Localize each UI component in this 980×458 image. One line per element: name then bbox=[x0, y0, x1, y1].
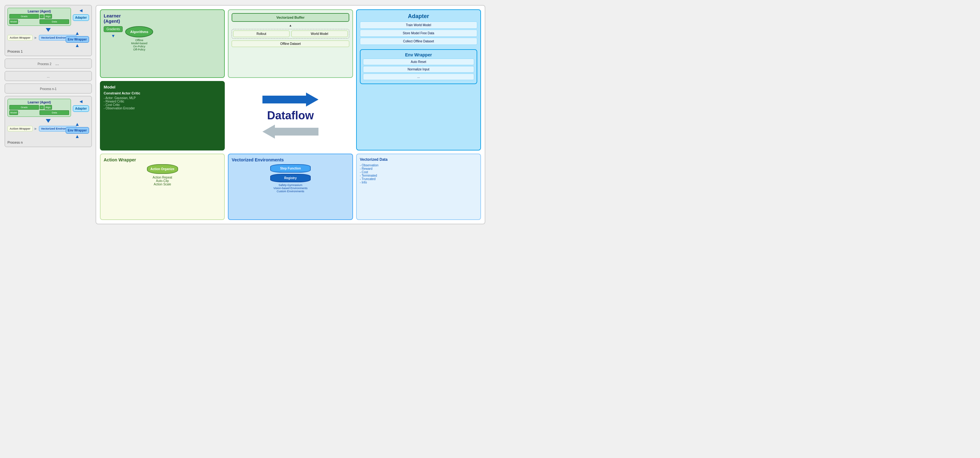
env-wrapper-title: Env Wrapper bbox=[363, 52, 474, 57]
process1-up-arrow-envwrapper: ▲ bbox=[75, 30, 80, 36]
vec-env-title: Vectorized Environments bbox=[232, 157, 349, 162]
vec-data-reward: - Reward bbox=[360, 167, 477, 171]
dataflow-arrow-right bbox=[262, 93, 318, 107]
env-wrapper-section: Env Wrapper Auto Reset Normalize Input .… bbox=[360, 49, 477, 84]
process-n-learner-title: Learner (Agent) bbox=[10, 101, 69, 104]
process-n-label: Process n bbox=[8, 140, 89, 144]
process2-label: Process 2 bbox=[38, 62, 51, 66]
world-model-box: World Model bbox=[291, 30, 348, 37]
main-container: Learner (Agent) Grads ← Algo. Model ↑ bbox=[2, 3, 488, 227]
offline-dataset-box: Offline Dataset bbox=[232, 40, 349, 47]
process1-model: Model bbox=[10, 19, 18, 24]
registry-cylinder: Registry bbox=[270, 174, 311, 182]
adapter-item-0: Train World Model bbox=[360, 21, 477, 29]
process2-dots: ... bbox=[56, 61, 59, 66]
process-n-up-arrow2: ▲ bbox=[75, 134, 80, 139]
rollout-box: Rollout bbox=[233, 30, 290, 37]
process-n-algo: Algo. bbox=[45, 105, 52, 110]
step-function-cylinder: Step Function bbox=[270, 164, 311, 172]
process-n-learner-agent: Learner (Agent) Grads ← Algo. Model ↑ bbox=[8, 99, 71, 117]
action-wrapper-items: Action Repeat Auto-Clip Action Scale bbox=[103, 176, 221, 186]
process-2-box: Process 2 ... bbox=[5, 59, 92, 69]
dataflow-title: Dataflow bbox=[267, 109, 314, 122]
adapter-item-2: Collect Offline Dataset bbox=[360, 38, 477, 45]
process-n-adapter: Adapter bbox=[73, 105, 89, 112]
action-wrapper-section: Action Wrapper Action Organize Action Re… bbox=[100, 153, 225, 220]
left-panel: Learner (Agent) Grads ← Algo. Model ↑ bbox=[5, 5, 92, 224]
adapter-item-1: Store Model Free Data bbox=[360, 30, 477, 37]
vec-data-observation: - Observation bbox=[360, 164, 477, 167]
vectorized-buffer-box: Vectorized Buffer bbox=[232, 13, 349, 22]
registry-items: Safety-Gymnasium Vision-based Environmen… bbox=[232, 184, 349, 193]
cost-critic-item: - Cost Critic bbox=[103, 103, 221, 107]
svg-marker-0 bbox=[262, 93, 318, 107]
vec-data-info: - Info bbox=[360, 181, 477, 184]
process1-arrow1: ← bbox=[40, 14, 44, 18]
vec-data-title: Vectorized Data bbox=[360, 157, 477, 162]
gradient-arrow: ▼ bbox=[111, 34, 116, 38]
process-n-model: Model bbox=[10, 110, 18, 115]
process-n-arrow-to-adapter: ◄ bbox=[78, 99, 83, 104]
process-n1-label: Process n-1 bbox=[40, 87, 56, 91]
learner-agent-title: Learner (Agent) bbox=[103, 13, 221, 24]
model-item-0: - Actor: Gaussian, MLP bbox=[103, 96, 221, 100]
env-item-0: Auto Reset bbox=[363, 59, 474, 65]
vec-data-cost: - Cost bbox=[360, 171, 477, 174]
process-n-box: Learner (Agent) Grads ← Algo. Model ↑ bbox=[5, 96, 92, 147]
buffer-section: Vectorized Buffer ▲ Rollout World Model … bbox=[228, 10, 353, 78]
env-wrapper-box: Env Wrapper Auto Reset Normalize Input .… bbox=[360, 49, 477, 84]
right-panel: Learner (Agent) Gradients ▼ Algorithms O… bbox=[95, 5, 485, 224]
algorithms-cylinder: Algorithms bbox=[125, 26, 153, 37]
learner-agent-section: Learner (Agent) Gradients ▼ Algorithms O… bbox=[100, 10, 225, 78]
vectorized-data-section: Vectorized Data - Observation - Reward -… bbox=[356, 153, 481, 220]
process-1-box: Learner (Agent) Grads ← Algo. Model ↑ bbox=[5, 5, 92, 56]
env-item-1: Normalize Input bbox=[363, 66, 474, 73]
model-title: Model bbox=[103, 85, 221, 89]
model-item-3: - Observation Encoder bbox=[103, 107, 221, 110]
process-n-up-arrow1: ▲ bbox=[75, 121, 80, 127]
action-organize-cylinder: Action Organize bbox=[147, 164, 178, 174]
process1-data: Data bbox=[40, 19, 69, 24]
process1-label: Process 1 bbox=[8, 49, 89, 53]
model-subtitle: Constraint Actor Critic bbox=[103, 91, 221, 95]
process1-learner-title: Learner (Agent) bbox=[10, 10, 69, 13]
env-item-2: ... bbox=[363, 73, 474, 80]
process1-arrow-to-adapter: ◄ bbox=[78, 8, 83, 13]
adapter-title: Adapter bbox=[360, 13, 477, 20]
vec-data-truncated: - Truncated bbox=[360, 177, 477, 181]
process1-up-arrow2: ▲ bbox=[75, 43, 80, 48]
buffer-arrow: ▲ bbox=[232, 24, 349, 27]
process1-learner-agent: Learner (Agent) Grads ← Algo. Model ↑ bbox=[8, 8, 71, 26]
adapter-section: Adapter Train World Model Store Model Fr… bbox=[356, 10, 481, 150]
process-n1-label-box: Process n-1 bbox=[5, 83, 92, 94]
action-wrapper-title: Action Wrapper bbox=[103, 157, 221, 162]
vectorized-environments-section: Vectorized Environments Step Function Re… bbox=[228, 153, 353, 220]
model-section: Model Constraint Actor Critic - Actor: G… bbox=[100, 81, 225, 150]
process1-grads: Grads bbox=[10, 14, 39, 19]
process-n-env-wrapper: Env Wrapper bbox=[66, 127, 89, 134]
dataflow-arrow-left bbox=[262, 124, 318, 139]
vec-data-terminated: - Terminated bbox=[360, 174, 477, 177]
process-n1-box: ... bbox=[5, 71, 92, 81]
process1-env-wrapper: Env Wrapper bbox=[66, 36, 89, 43]
process-n1-dots: ... bbox=[47, 75, 49, 78]
adapter-items-stack: Train World Model Store Model Free Data … bbox=[360, 21, 477, 45]
process-n-arrow1: ← bbox=[40, 105, 44, 109]
gradients-box: Gradients bbox=[103, 26, 123, 32]
process1-adapter: Adapter bbox=[73, 14, 89, 21]
process1-algo: Algo. bbox=[45, 14, 52, 19]
rollout-world-row: Rollout World Model bbox=[232, 29, 349, 38]
process-n-data: Data bbox=[40, 110, 69, 115]
dataflow-section: Dataflow bbox=[228, 81, 353, 150]
process-n-grads: Grads bbox=[10, 105, 39, 110]
svg-marker-1 bbox=[262, 124, 318, 139]
model-item-1: - Reward Critic bbox=[103, 100, 221, 103]
algo-items: Offline Model-based On-Policy Off-Policy bbox=[131, 38, 147, 51]
